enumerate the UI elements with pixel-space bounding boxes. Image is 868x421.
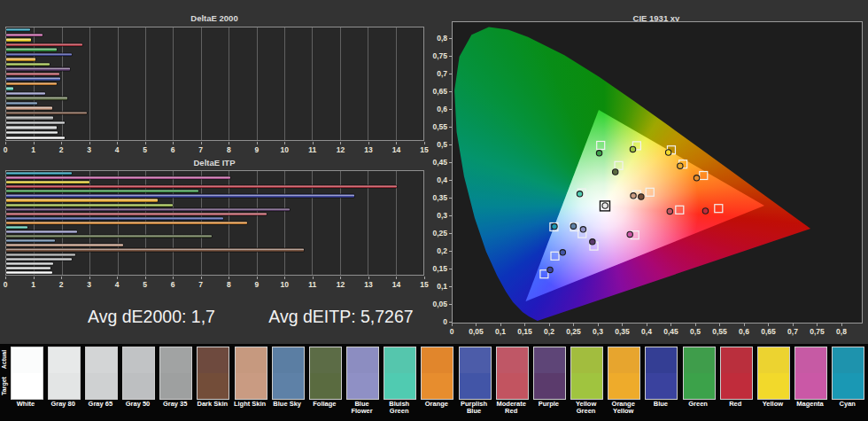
swatch-actual-half [646, 347, 677, 373]
target-marker-orange [700, 172, 708, 180]
swatch-yellow [757, 347, 790, 400]
swatch-target-half [460, 373, 491, 399]
bar-moderate-red [6, 73, 59, 75]
swatch-actual-half [833, 347, 864, 373]
axis-tick [695, 324, 696, 326]
swatch-foliage [309, 347, 342, 400]
swatch-gray-65 [85, 347, 118, 400]
axis-tick-label: 9 [254, 145, 259, 154]
bar-white [6, 136, 65, 139]
bar-green [6, 48, 57, 51]
axis-tick [61, 277, 62, 279]
axis-tick [449, 127, 452, 128]
axis-tick-label: 0,55 [432, 123, 447, 131]
swatch-target-half [684, 373, 715, 399]
swatch-target-half [422, 373, 453, 399]
actual-marker-light-skin [631, 193, 636, 199]
axis-tick [670, 324, 671, 326]
swatch-actual-half [347, 347, 378, 373]
axis-tick [5, 142, 6, 144]
bar-moderate-red [6, 213, 267, 215]
swatch-yellow-green [570, 347, 603, 400]
deltae2000-title: DeltaE 2000 [126, 13, 303, 23]
swatch-label: Light Skin [231, 401, 268, 408]
bar-blue-flower [6, 92, 45, 95]
axis-tick-label: 4 [115, 280, 120, 289]
bar-dark-skin [6, 248, 304, 251]
axis-tick-label: 11 [308, 280, 316, 289]
axis-tick [573, 324, 574, 326]
swatch-bluish-green [384, 347, 416, 400]
axis-tick [452, 324, 453, 326]
target-marker-red [715, 205, 723, 213]
axis-tick-label: 1 [31, 280, 35, 289]
axis-tick-label: 6 [171, 145, 175, 154]
bar-light-skin [6, 106, 52, 109]
axis-tick-label: 0,6 [437, 105, 447, 113]
axis-tick [173, 277, 174, 279]
target-marker-blue [540, 270, 548, 278]
gridline [368, 27, 368, 140]
swatch-actual-half [571, 347, 602, 373]
axis-tick [719, 324, 720, 326]
axis-tick [34, 277, 35, 279]
axis-tick [449, 304, 452, 305]
deltae2000-plot [5, 27, 424, 141]
actual-marker-purple [590, 239, 595, 245]
axis-tick-label: 1 [31, 145, 35, 154]
axis-tick-label: 0,4 [437, 176, 447, 184]
swatch-label: Purplish Blue [455, 401, 492, 415]
actual-marker-cyan [552, 223, 557, 229]
swatch-gray-80 [48, 347, 81, 400]
swatch-label: Blue Flower [344, 401, 381, 415]
bar-yellow-green [6, 63, 50, 66]
axis-tick-label: 14 [392, 145, 400, 154]
axis-tick [201, 142, 202, 144]
gridline [89, 27, 90, 140]
actual-marker-purplish-blue [560, 250, 565, 255]
swatch-label: Blue Sky [268, 401, 306, 408]
axis-tick-label: 0,45 [432, 159, 447, 167]
axis-tick-label: 2 [59, 145, 64, 154]
cie-x-axis: 00,050,10,150,20,250,30,350,40,450,50,55… [452, 324, 861, 338]
axis-tick [549, 324, 550, 326]
axis-tick [449, 74, 452, 74]
axis-tick [449, 109, 452, 110]
axis-tick-label: 0,35 [615, 327, 630, 336]
axis-tick-label: 0,2 [544, 327, 554, 336]
axis-tick [449, 180, 452, 181]
axis-tick-label: 5 [143, 145, 147, 154]
target-marker-dark-skin [646, 188, 654, 196]
axis-tick [647, 324, 647, 326]
actual-marker-white [602, 203, 608, 208]
bar-yellow [6, 38, 31, 41]
swatch-moderate-red [496, 347, 529, 400]
swatch-purple [533, 347, 566, 400]
axis-tick [89, 277, 90, 279]
swatch-target-half [273, 373, 304, 399]
bar-gray-65 [6, 262, 53, 265]
swatch-target-half [721, 373, 752, 399]
swatch-target-half [384, 373, 415, 399]
swatch-actual-half [384, 347, 415, 373]
swatch-white [11, 347, 43, 400]
axis-tick [622, 324, 623, 326]
axis-tick [117, 277, 118, 279]
axis-tick-label: 0,15 [432, 265, 447, 273]
swatch-light-skin [235, 347, 267, 400]
axis-tick [449, 56, 452, 57]
deltae2000-chart[interactable]: DeltaE 2000 0123456789101112131415 [0, 0, 434, 158]
swatch-label: Blue [642, 401, 679, 408]
axis-tick-label: 0,2 [437, 247, 447, 255]
axis-tick [368, 277, 369, 279]
swatch-actual-half [795, 347, 826, 373]
swatch-label: Dark Skin [194, 401, 231, 408]
gridline [145, 27, 146, 140]
axis-tick [449, 91, 452, 92]
axis-tick [449, 162, 452, 163]
swatch-actual-half [608, 347, 639, 373]
axis-tick-label: 0,3 [593, 327, 603, 336]
bar-purplish-blue [6, 217, 223, 220]
swatch-target-half [571, 373, 602, 399]
actual-marker-foliage [613, 169, 618, 175]
